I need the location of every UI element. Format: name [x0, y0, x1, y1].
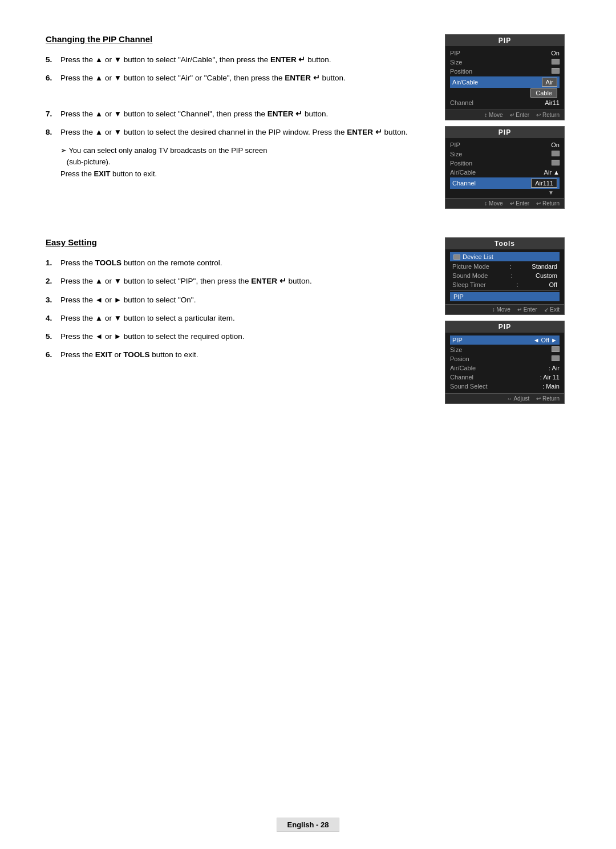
pip2-row-pip: PIP On — [450, 140, 560, 149]
tools-picture-mode: Picture Mode : Standard — [450, 262, 560, 271]
note-analog: ➣ You can select only analog TV broadcas… — [60, 145, 422, 167]
pip3-row-sound-select: Sound Select : Main — [450, 382, 560, 391]
section2-title: Easy Setting — [46, 237, 422, 247]
easy-step-num-1: 1. — [46, 257, 56, 269]
pip-row-aircable-selected: Air/Cable Air — [450, 76, 560, 88]
tools-box-title: Tools — [445, 238, 564, 249]
step-text-8: Press the ▲ or ▼ button to select the de… — [60, 127, 422, 138]
pip-box2-footer: ↕ Move ↵ Enter ↩ Return — [445, 198, 564, 208]
pip2-row-channel-selected: Channel Air111 — [450, 177, 560, 189]
tools-divider — [450, 290, 560, 291]
step-5: 5. Press the ▲ or ▼ button to select "Ai… — [46, 54, 422, 66]
easy-step-text-5: Press the ◄ or ► button to select the re… — [60, 331, 422, 342]
enter-bold: ENTER ↵ — [270, 55, 306, 64]
easy-step-num-4: 4. — [46, 313, 56, 324]
tools-sound-mode: Sound Mode : Custom — [450, 271, 560, 280]
section1-steps: 5. Press the ▲ or ▼ button to select "Ai… — [46, 54, 422, 84]
pip-box3-title: PIP — [445, 321, 564, 333]
section-pip-channel: Changing the PIP Channel 5. Press the ▲ … — [46, 34, 570, 209]
step-8: 8. Press the ▲ or ▼ button to select the… — [46, 127, 422, 138]
easy-step-5: 5. Press the ◄ or ► button to select the… — [46, 331, 422, 342]
cable-dropdown: Cable — [452, 88, 557, 98]
pip-box-3: PIP PIP ◄ Off ► Size — [445, 321, 565, 404]
easy-step-num-6: 6. — [46, 349, 56, 361]
easy-step-num-5: 5. — [46, 331, 56, 342]
pip-box3-body: PIP ◄ Off ► Size Posion — [445, 333, 564, 393]
easy-step-text-1: Press the TOOLS button on the remote con… — [60, 257, 422, 269]
step-text-7: Press the ▲ or ▼ button to select "Chann… — [60, 108, 422, 120]
section1-title: Changing the PIP Channel — [46, 34, 422, 44]
pip3-row-channel: Channel : Air 11 — [450, 373, 560, 382]
section1-right: PIP PIP On Size Posit — [445, 34, 570, 209]
section2-layout: Easy Setting 1. Press the TOOLS button o… — [46, 237, 570, 404]
section-easy-setting: Easy Setting 1. Press the TOOLS button o… — [46, 237, 570, 404]
pip-box1-footer: ↕ Move ↵ Enter ↩ Return — [445, 110, 564, 120]
easy-step-2: 2. Press the ▲ or ▼ button to select "PI… — [46, 276, 422, 287]
tools-device-list-selected: Device List — [450, 252, 560, 261]
tools-pip-selected: PIP — [450, 292, 560, 301]
easy-step-text-6: Press the EXIT or TOOLS button to exit. — [60, 349, 422, 361]
easy-step-6: 6. Press the EXIT or TOOLS button to exi… — [46, 349, 422, 361]
easy-step-text-3: Press the ◄ or ► button to select "On". — [60, 294, 422, 306]
pip-box1-title: PIP — [445, 35, 564, 46]
tools-box-footer: ↕ Move ↵ Enter ↙ Exit — [445, 304, 564, 314]
page-content: Changing the PIP Channel 5. Press the ▲ … — [0, 0, 616, 467]
enter-bold-7: ENTER ↵ — [268, 110, 303, 118]
device-icon — [453, 254, 460, 260]
pip-box2-title: PIP — [445, 127, 564, 138]
section2-left: Easy Setting 1. Press the TOOLS button o… — [46, 237, 422, 404]
pip2-row-aircable: Air/Cable Air ▲ — [450, 168, 560, 177]
step-text-5: Press the ▲ or ▼ button to select "Air/C… — [60, 54, 422, 66]
pip-box3-footer: ↔ Adjust ↩ Return — [445, 393, 564, 403]
pip-box-2: PIP PIP On Size Posit — [445, 126, 565, 209]
easy-step-1: 1. Press the TOOLS button on the remote … — [46, 257, 422, 269]
step-6: 6. Press the ▲ or ▼ button to select "Ai… — [46, 72, 422, 84]
pip3-row-aircable: Air/Cable : Air — [450, 363, 560, 373]
step-7: 7. Press the ▲ or ▼ button to select "Ch… — [46, 108, 422, 120]
pip-row-size: Size — [450, 58, 560, 67]
pip3-row-posion: Posion — [450, 354, 560, 363]
step-text-6: Press the ▲ or ▼ button to select "Air" … — [60, 72, 422, 84]
pip-box1-body: PIP On Size Position — [445, 46, 564, 110]
section1-layout: Changing the PIP Channel 5. Press the ▲ … — [46, 34, 570, 209]
pip-row-channel: Channel Air11 — [450, 98, 560, 107]
pip3-row-size: Size — [450, 345, 560, 354]
pip-row-pip: PIP On — [450, 48, 560, 58]
tools-box-body: Device List Picture Mode : Standard Soun… — [445, 249, 564, 304]
pip-row-position: Position — [450, 67, 560, 76]
easy-step-text-2: Press the ▲ or ▼ button to select "PIP",… — [60, 276, 422, 287]
exit-instruction: Press the EXIT button to exit. — [60, 169, 422, 178]
pip2-row-position: Position — [450, 159, 560, 168]
step-num-7: 7. — [46, 108, 56, 120]
pip3-row-pip-selected: PIP ◄ Off ► — [450, 335, 560, 345]
pip-box2-body: PIP On Size Position — [445, 138, 564, 198]
enter-bold-8: ENTER ↵ — [347, 128, 382, 136]
page-number-badge: English - 28 — [277, 818, 340, 832]
pip2-row-size: Size — [450, 149, 560, 159]
pip-box-1: PIP PIP On Size Posit — [445, 34, 565, 120]
easy-step-4: 4. Press the ▲ or ▼ button to select a p… — [46, 313, 422, 324]
tools-sleep-timer: Sleep Timer : Off — [450, 280, 560, 289]
enter-bold-6: ENTER ↵ — [285, 74, 320, 82]
section1-steps-b: 7. Press the ▲ or ▼ button to select "Ch… — [46, 108, 422, 139]
channel-arrow-down: ▼ — [450, 189, 560, 196]
section2-right: Tools Device List Picture Mode : Standar… — [445, 237, 570, 404]
section2-steps: 1. Press the TOOLS button on the remote … — [46, 257, 422, 361]
step-num-6: 6. — [46, 72, 56, 84]
easy-step-3: 3. Press the ◄ or ► button to select "On… — [46, 294, 422, 306]
section1-left: Changing the PIP Channel 5. Press the ▲ … — [46, 34, 422, 209]
tools-box: Tools Device List Picture Mode : Standar… — [445, 237, 565, 315]
easy-step-text-4: Press the ▲ or ▼ button to select a part… — [60, 313, 422, 324]
step-num-5: 5. — [46, 54, 56, 66]
page-footer: English - 28 — [0, 818, 616, 832]
step-num-8: 8. — [46, 127, 56, 138]
easy-step-num-3: 3. — [46, 294, 56, 306]
easy-step-num-2: 2. — [46, 276, 56, 287]
